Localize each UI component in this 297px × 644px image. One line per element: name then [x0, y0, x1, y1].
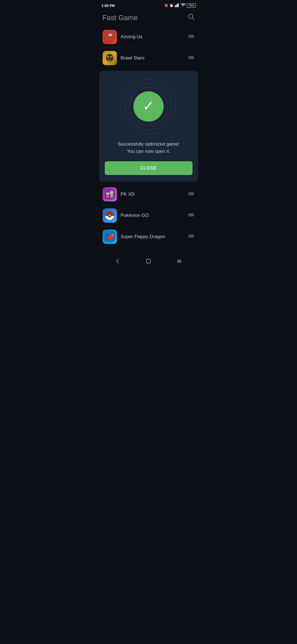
success-text-line2: You can now open it.	[118, 148, 179, 155]
list-item[interactable]: Brawl Stars	[101, 48, 196, 69]
gamepad-icon	[188, 212, 195, 219]
gamepad-icon	[188, 233, 195, 240]
alarm-icon: ⏰	[169, 4, 174, 7]
svg-point-24	[109, 59, 110, 59]
svg-point-46	[193, 193, 193, 194]
svg-rect-1	[176, 5, 177, 7]
svg-point-63	[113, 235, 114, 235]
check-circle: ✓	[133, 91, 164, 122]
status-bar: 1:59 PM 🔕 ⏰ 79%	[97, 0, 200, 10]
svg-rect-54	[189, 214, 190, 215]
svg-point-32	[193, 57, 193, 58]
menu-button[interactable]	[171, 256, 188, 268]
svg-point-16	[193, 36, 193, 37]
wifi-icon	[181, 3, 186, 8]
svg-point-61	[111, 234, 114, 238]
svg-rect-35	[105, 189, 115, 200]
svg-rect-2	[177, 4, 178, 7]
game-name: Super Flappy Dragon	[121, 234, 165, 239]
svg-rect-11	[111, 41, 112, 43]
game-info: Brawl Stars	[103, 51, 145, 65]
svg-point-23	[111, 57, 112, 58]
svg-point-58	[191, 215, 192, 215]
svg-line-5	[192, 18, 194, 20]
svg-point-34	[191, 57, 192, 58]
svg-rect-3	[178, 3, 179, 7]
svg-rect-0	[175, 6, 175, 7]
svg-point-8	[108, 34, 112, 36]
game-list-bottom: PK XD	[97, 184, 200, 247]
svg-point-22	[107, 57, 109, 58]
svg-rect-30	[189, 57, 190, 58]
game-info: Super Flappy Dragon	[103, 230, 165, 244]
svg-point-41	[110, 191, 113, 193]
status-icons: 🔕 ⏰ 79%	[164, 3, 196, 8]
back-button[interactable]	[109, 256, 126, 268]
game-name: Brawl Stars	[121, 55, 145, 61]
svg-point-56	[193, 215, 193, 215]
close-button[interactable]: CLOSE	[105, 161, 193, 175]
signal-icon	[175, 3, 180, 8]
game-icon-pk-xd	[103, 187, 117, 201]
svg-rect-71	[147, 259, 150, 263]
game-info: PK XD	[103, 187, 135, 201]
checkmark-icon: ✓	[142, 99, 155, 113]
mute-icon: 🔕	[164, 4, 168, 7]
gamepad-icon	[188, 191, 195, 198]
svg-point-69	[192, 236, 193, 237]
svg-rect-14	[189, 36, 190, 37]
svg-point-57	[192, 215, 193, 216]
svg-point-67	[192, 235, 193, 236]
svg-point-17	[192, 37, 193, 37]
bottom-nav	[97, 253, 200, 271]
svg-rect-44	[189, 193, 190, 194]
game-name: Pokémon GO	[121, 213, 149, 218]
svg-point-38	[106, 191, 109, 193]
list-item[interactable]: Pokémon GO	[101, 205, 196, 226]
game-info: Pokémon GO	[103, 208, 149, 223]
gamepad-icon	[188, 54, 195, 62]
game-icon-brawl-stars	[103, 51, 117, 65]
game-icon-super-flappy-dragon	[103, 230, 117, 244]
svg-point-18	[191, 36, 192, 37]
svg-point-45	[192, 193, 193, 193]
list-item[interactable]: Super Flappy Dragon	[101, 226, 196, 247]
svg-point-33	[192, 58, 193, 58]
svg-point-70	[191, 236, 192, 236]
success-message: Successfully optimized game! You can now…	[118, 141, 179, 155]
header: Fast Game	[97, 10, 200, 26]
success-modal: ✓ Successfully optimized game! You can n…	[99, 71, 198, 182]
svg-point-47	[192, 194, 193, 195]
svg-rect-66	[189, 235, 190, 236]
search-icon[interactable]	[188, 13, 195, 22]
success-text-line1: Successfully optimized game!	[118, 141, 179, 148]
list-item[interactable]: PK XD	[101, 184, 196, 205]
status-time: 1:59 PM	[101, 4, 115, 8]
game-list-top: Among Us	[97, 26, 200, 69]
game-name: Among Us	[121, 34, 142, 40]
game-name: PK XD	[121, 192, 135, 197]
success-animation: ✓	[121, 79, 176, 134]
svg-rect-40	[110, 194, 113, 198]
svg-point-55	[192, 214, 193, 215]
gamepad-icon	[188, 33, 195, 40]
page-title: Fast Game	[103, 13, 138, 22]
home-button[interactable]	[140, 256, 157, 268]
svg-rect-9	[112, 37, 114, 39]
game-icon-among-us	[103, 30, 117, 44]
svg-point-51	[109, 215, 111, 216]
svg-point-48	[191, 193, 192, 194]
svg-rect-25	[108, 60, 109, 61]
list-item[interactable]: Among Us	[101, 26, 196, 48]
svg-rect-10	[107, 41, 109, 43]
battery-icon: 79%	[187, 3, 196, 8]
svg-point-15	[192, 36, 193, 36]
svg-rect-37	[106, 194, 109, 198]
svg-point-31	[192, 57, 193, 57]
svg-point-68	[193, 236, 193, 236]
svg-rect-27	[110, 60, 111, 61]
svg-rect-26	[109, 60, 110, 61]
game-icon-pokemon-go	[103, 208, 117, 223]
game-info: Among Us	[103, 30, 142, 44]
